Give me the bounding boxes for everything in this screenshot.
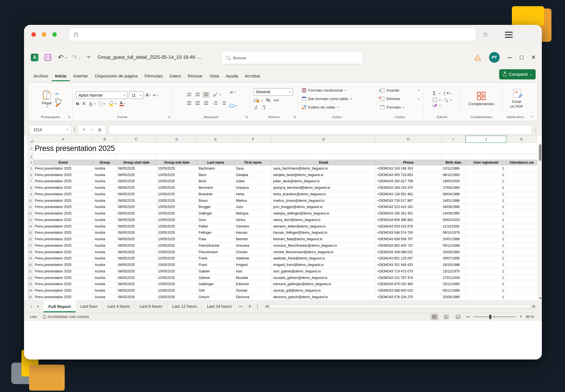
cell-end[interactable]: 10/05/2025	[157, 223, 197, 230]
scroll-left-icon[interactable]	[266, 305, 268, 307]
row-header-15[interactable]: 15	[27, 230, 33, 236]
cell-first[interactable]: Irmgard	[234, 262, 272, 268]
cell-registered[interactable]: 1	[466, 185, 506, 191]
paste-dropdown-icon[interactable]	[46, 105, 48, 107]
cell-start[interactable]: 08/05/2025	[116, 268, 157, 275]
horizontal-scrollbar-thumb[interactable]	[270, 305, 531, 308]
decrease-decimal-button[interactable]: ,00 →,0	[261, 105, 266, 110]
cell-empty-a[interactable]	[33, 154, 93, 160]
cell-start[interactable]: 08/05/2025	[116, 165, 157, 172]
cell-phone[interactable]: +DEMO43 003 415 678	[376, 223, 441, 230]
cell-email[interactable]: grazyna_bernhard@demo_beguest.io	[272, 185, 376, 191]
cell-end[interactable]: 10/05/2025	[157, 210, 197, 217]
cell-empty-f[interactable]	[234, 154, 272, 160]
cell-phone[interactable]: +DEMO43 260 427 708	[376, 178, 441, 185]
font-size-select[interactable]: 11	[129, 91, 144, 99]
cell-event[interactable]: Press presentation 2025	[33, 172, 93, 178]
cell-last[interactable]: Brugger	[197, 204, 234, 211]
cell-email[interactable]: nebojsa_dallinger@demo_beguest.io	[272, 210, 376, 217]
cell-birth[interactable]: 06/10/1993	[441, 172, 466, 178]
cell-group[interactable]: Austria	[93, 185, 116, 191]
cell-empty-k[interactable]	[506, 154, 537, 160]
cell-birth[interactable]: 19/05/2000	[441, 178, 466, 185]
collapse-ribbon-icon[interactable]	[531, 115, 533, 117]
cell-end[interactable]: 10/05/2025	[157, 262, 197, 268]
cell-empty-i[interactable]	[441, 154, 466, 160]
traffic-light-minimize[interactable]	[42, 32, 46, 37]
cell-end[interactable]: 10/05/2025	[157, 281, 197, 288]
cell-birth[interactable]: 15/12/1975	[441, 268, 466, 275]
cell-empty-c[interactable]	[116, 154, 157, 160]
row-header-19[interactable]: 19	[27, 255, 33, 262]
cell-last[interactable]: Gärtner	[197, 275, 234, 281]
cell-group[interactable]: Austria	[93, 287, 116, 294]
cell-last[interactable]: Bachmann	[197, 165, 234, 172]
font-color-button[interactable]: A	[120, 101, 125, 106]
align-bottom-button[interactable]	[202, 92, 210, 98]
cell-birth[interactable]: 27/01/2004	[441, 275, 466, 281]
cell-email[interactable]: christel_fleischmann@demo_beguest.io	[272, 249, 376, 255]
comma-format-button[interactable]: 000	[274, 99, 279, 102]
cell-start[interactable]: 08/05/2025	[116, 242, 157, 249]
cell-first[interactable]: Mustafa	[234, 275, 272, 281]
menu-item-vista[interactable]: Vista	[206, 72, 222, 81]
header-group[interactable]: Group	[93, 160, 116, 165]
row-header-4[interactable]: 4	[27, 160, 33, 165]
cell-last[interactable]: Dallinger	[197, 210, 234, 217]
cell-k[interactable]	[506, 230, 537, 236]
column-header-a[interactable]: A	[33, 136, 93, 143]
row-header-20[interactable]: 20	[27, 262, 33, 268]
bold-button[interactable]: N	[76, 101, 79, 106]
align-left-button[interactable]	[185, 100, 193, 106]
dialog-launcher-icon[interactable]	[68, 116, 71, 118]
cell-event[interactable]: Press presentation 2025	[33, 191, 93, 198]
zoom-slider-thumb[interactable]	[489, 315, 491, 319]
cell-k[interactable]	[506, 172, 537, 178]
cell-end[interactable]: 10/05/2025	[157, 230, 197, 236]
cell-end[interactable]: 10/05/2025	[157, 178, 197, 185]
address-bar[interactable]	[69, 28, 475, 41]
cell-group[interactable]: Austria	[93, 236, 116, 242]
cell-first[interactable]: Snezana	[234, 242, 272, 249]
cell-end[interactable]: 10/05/2025	[157, 236, 197, 242]
cell-k[interactable]	[506, 281, 537, 288]
header-group-start-date[interactable]: Group start date	[116, 160, 157, 165]
cell-start[interactable]: 08/05/2025	[116, 198, 157, 204]
cell-last[interactable]: Felber	[197, 223, 234, 230]
row-header-23[interactable]: 23	[27, 281, 33, 288]
cell-event[interactable]: Press presentation 2025	[33, 178, 93, 185]
cell-birth[interactable]: 11/10/1993	[441, 223, 466, 230]
row-header-18[interactable]: 18	[27, 249, 33, 255]
traffic-light-close[interactable]	[31, 32, 36, 37]
cell-phone[interactable]: +DEMO43 151 787 374	[376, 275, 441, 281]
row-header-11[interactable]: 11	[27, 204, 33, 211]
merge-center-button[interactable]: ↔	[229, 104, 237, 107]
cell-first[interactable]: Clemens	[234, 223, 272, 230]
fill-color-button[interactable]	[109, 101, 116, 106]
grow-font-button[interactable]: A	[145, 92, 151, 98]
insert-function-icon[interactable]: fx	[98, 127, 102, 132]
page-break-view-button[interactable]	[454, 313, 462, 320]
next-sheet-icon[interactable]: ›	[35, 304, 42, 309]
scroll-down-icon[interactable]	[539, 298, 542, 299]
vertical-scrollbar[interactable]	[538, 143, 542, 300]
cell-first[interactable]: Herta	[234, 191, 272, 198]
cell-start[interactable]: 08/05/2025	[116, 262, 157, 268]
cell-last[interactable]: Beck	[197, 172, 234, 178]
align-right-button[interactable]	[202, 100, 210, 106]
cell-k[interactable]	[506, 178, 537, 185]
cell-event[interactable]: Press presentation 2025	[33, 185, 93, 191]
cell-email[interactable]: verica_dorn@demo_beguest.io	[272, 217, 376, 223]
column-header-c[interactable]: C	[116, 136, 157, 143]
menu-item-f-rmulas[interactable]: Fórmulas	[141, 72, 166, 81]
vertical-scrollbar-thumb[interactable]	[539, 144, 541, 161]
cell-end[interactable]: 10/05/2025	[157, 191, 197, 198]
cell-start[interactable]: 08/05/2025	[116, 204, 157, 211]
cell-first[interactable]: Markus	[234, 198, 272, 204]
cell-start[interactable]: 08/05/2025	[116, 287, 157, 294]
cell-first[interactable]: Verica	[234, 217, 272, 223]
cell-group[interactable]: Austria	[93, 255, 116, 262]
excel-app-icon[interactable]: X	[31, 54, 38, 61]
cell-last[interactable]: Frank	[197, 255, 234, 262]
cell-k[interactable]	[506, 210, 537, 217]
